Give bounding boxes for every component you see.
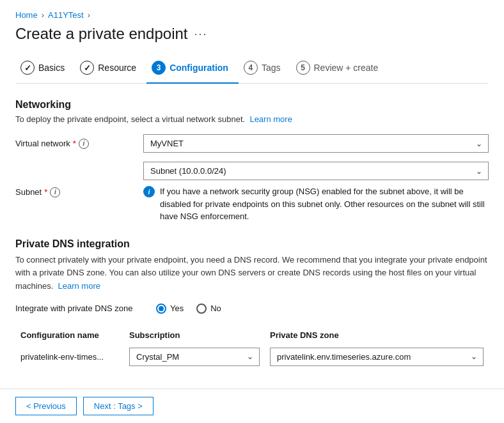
subnet-label: Subnet * i xyxy=(15,187,143,197)
step-tags[interactable]: 4 Tags xyxy=(239,56,291,84)
wizard-steps: ✓ Basics ✓ Resource 3 Configuration 4 Ta… xyxy=(15,56,489,84)
subnet-info-icon[interactable]: i xyxy=(50,187,60,197)
subnet-dropdown[interactable]: Subnet (10.0.0.0/24) xyxy=(143,162,489,180)
dns-yes-label: Yes xyxy=(170,304,184,313)
step-review-circle: 5 xyxy=(296,61,310,75)
networking-title: Networking xyxy=(15,99,489,111)
dns-learn-more[interactable]: Learn more xyxy=(58,281,100,291)
dns-yes-radio[interactable] xyxy=(156,304,166,314)
dns-zone-dropdown[interactable]: privatelink.env.timeseries.azure.com xyxy=(270,348,484,366)
dns-radio-options: Yes No xyxy=(156,304,221,314)
virtual-network-row: Virtual network * i MyVNET ⌄ xyxy=(15,134,489,153)
step-basics-label: Basics xyxy=(38,63,65,73)
virtual-network-label: Virtual network * i xyxy=(15,139,143,149)
step-review[interactable]: 5 Review + create xyxy=(291,56,389,84)
page-title-row: Create a private endpoint ··· xyxy=(15,25,489,43)
previous-button[interactable]: < Previous xyxy=(15,397,77,415)
step-tags-circle: 4 xyxy=(244,61,258,75)
dns-subscription-cell: Crystal_PM ⌄ xyxy=(124,344,265,370)
page-title-ellipsis[interactable]: ··· xyxy=(194,27,208,41)
dns-table-header-subscription: Subscription xyxy=(124,327,265,344)
networking-description: To deploy the private endpoint, select a… xyxy=(15,114,489,124)
dns-config-name: privatelink-env-times... xyxy=(15,344,124,370)
dns-description: To connect privately with your private e… xyxy=(15,254,489,293)
subnet-info-text: If you have a network security group (NS… xyxy=(160,185,489,223)
step-basics-circle: ✓ xyxy=(20,61,35,75)
networking-learn-more[interactable]: Learn more xyxy=(249,114,292,124)
subnet-row: Subnet * i Subnet (10.0.0.0/24) ⌄ i If y… xyxy=(15,162,489,223)
step-basics[interactable]: ✓ Basics xyxy=(15,56,75,84)
step-configuration-circle: 3 xyxy=(152,61,166,75)
step-resource-circle: ✓ xyxy=(80,61,94,75)
integrate-dns-row: Integrate with private DNS zone Yes No xyxy=(15,304,489,314)
subnet-info-box: i If you have a network security group (… xyxy=(143,185,489,223)
dns-table: Configuration name Subscription Private … xyxy=(15,327,489,370)
subnet-control: Subnet (10.0.0.0/24) ⌄ i If you have a n… xyxy=(143,162,489,223)
dns-no-option[interactable]: No xyxy=(196,304,221,314)
dns-table-header-zone: Private DNS zone xyxy=(265,327,489,344)
integrate-dns-label: Integrate with private DNS zone xyxy=(15,304,143,313)
dns-title: Private DNS integration xyxy=(15,238,489,250)
step-configuration-label: Configuration xyxy=(169,63,228,73)
footer: < Previous Next : Tags > xyxy=(0,388,504,423)
dns-subscription-dropdown[interactable]: Crystal_PM xyxy=(129,348,260,366)
dns-section: Private DNS integration To connect priva… xyxy=(15,238,489,370)
breadcrumb-home[interactable]: Home xyxy=(15,10,38,20)
networking-section: Networking To deploy the private endpoin… xyxy=(15,99,489,223)
virtual-network-info-icon[interactable]: i xyxy=(79,139,89,149)
dns-zone-cell: privatelink.env.timeseries.azure.com ⌄ xyxy=(265,344,489,370)
breadcrumb: Home › A11YTest › xyxy=(15,10,489,20)
dns-yes-option[interactable]: Yes xyxy=(156,304,184,314)
subnet-info-box-icon: i xyxy=(143,186,155,197)
step-review-label: Review + create xyxy=(314,63,379,73)
page-title: Create a private endpoint xyxy=(15,25,188,43)
virtual-network-dropdown[interactable]: MyVNET xyxy=(143,134,489,153)
step-configuration[interactable]: 3 Configuration xyxy=(146,56,239,84)
step-resource[interactable]: ✓ Resource xyxy=(75,56,146,84)
step-tags-label: Tags xyxy=(262,63,281,73)
virtual-network-control: MyVNET ⌄ xyxy=(143,134,489,153)
breadcrumb-test[interactable]: A11YTest xyxy=(48,10,84,20)
dns-table-header-config: Configuration name xyxy=(15,327,124,344)
step-resource-label: Resource xyxy=(98,63,136,73)
dns-no-radio[interactable] xyxy=(196,304,207,314)
dns-no-label: No xyxy=(210,304,221,313)
next-button[interactable]: Next : Tags > xyxy=(83,397,154,415)
table-row: privatelink-env-times... Crystal_PM ⌄ pr… xyxy=(15,344,489,370)
